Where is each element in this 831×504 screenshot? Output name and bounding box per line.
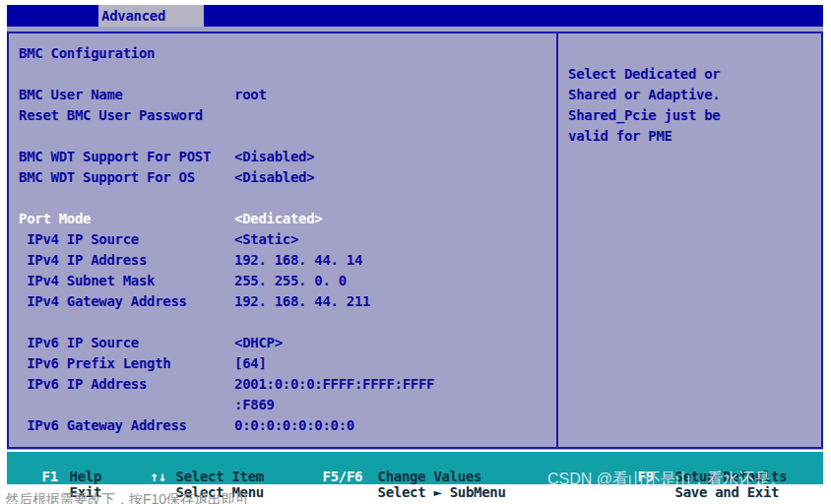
setting-label: Reset BMC User Password <box>19 105 234 126</box>
setting-label: IPv4 Gateway Address <box>19 291 234 312</box>
setting-value: <Static> <box>234 229 298 250</box>
setting-value: <Disabled> <box>234 147 314 167</box>
key-label: Enter <box>323 484 378 500</box>
setting-value: <Dedicated> <box>234 209 322 229</box>
keybar-hint: EscExit <box>10 469 101 484</box>
keybar-hint: F1Help <box>10 453 101 469</box>
setting-label: IPv6 Prefix Length <box>19 353 234 374</box>
setting-label: IPv4 Subnet Mask <box>19 271 234 291</box>
help-text: Select Dedicated or Shared or Adaptive. … <box>568 66 720 144</box>
settings-row <box>19 188 550 209</box>
setting-value: 192. 168. 44. 211 <box>234 291 370 312</box>
settings-row[interactable]: Reset BMC User Password <box>19 105 550 126</box>
settings-row[interactable]: IPv4 Subnet Mask 255. 255. 0. 0 <box>19 271 550 291</box>
settings-row[interactable]: IPv6 IP Address 2001:0:0:0:FFFF:FFFF:FFF… <box>19 374 550 415</box>
setting-value: root <box>234 85 267 105</box>
keybar-hint: ↑↓Select Item <box>118 453 264 469</box>
setting-value: 0:0:0:0:0:0:0:0 <box>234 415 354 436</box>
keybar-hint: F9Setup Defaults <box>606 453 787 469</box>
setting-value: 2001:0:0:0:FFFF:FFFF:FFFF :F869 <box>234 374 434 415</box>
setting-label: IPv6 Gateway Address <box>19 415 234 436</box>
setting-value: 255. 255. 0. 0 <box>234 271 347 291</box>
setting-label: IPv6 IP Address <box>19 374 234 395</box>
settings-row[interactable]: BMC User Name root <box>19 85 550 105</box>
panel-divider <box>556 32 558 449</box>
main-panel: BMC Configuration BMC User Name root Res… <box>7 27 823 450</box>
hint-label: Select ► SubMenu <box>378 484 506 500</box>
settings-row[interactable]: IPv4 IP Source <Static> <box>19 229 550 250</box>
settings-row[interactable]: IPv4 IP Address 192. 168. 44. 14 <box>19 250 550 271</box>
keybar-hint: EnterSelect ► SubMenu <box>290 469 506 484</box>
setting-value: <DHCP> <box>234 333 283 353</box>
page-title: BMC Configuration <box>19 43 550 64</box>
tab-advanced-label: Advanced <box>101 8 165 24</box>
setting-label: IPv4 IP Source <box>19 229 234 250</box>
keybar-hint: ←→Select Menu <box>118 469 264 484</box>
watermark: CSDN @看山还是山，看水还是。 <box>547 470 786 490</box>
help-panel: Select Dedicated or Shared or Adaptive. … <box>568 43 822 147</box>
caption-text: 然后根据需要改下，按F10保存退出即可 <box>5 491 249 504</box>
setting-label: IPv6 IP Source <box>19 333 234 353</box>
settings-list: BMC Configuration BMC User Name root Res… <box>19 43 550 436</box>
setting-value: <Disabled> <box>234 167 314 188</box>
setting-value: [64] <box>234 353 267 374</box>
settings-row[interactable]: IPv4 Gateway Address 192. 168. 44. 211 <box>19 291 550 312</box>
tab-advanced[interactable]: Advanced <box>98 5 204 27</box>
settings-row[interactable]: IPv6 Prefix Length [64] <box>19 353 550 374</box>
setting-label: BMC WDT Support For POST <box>19 147 234 167</box>
settings-row <box>19 126 550 147</box>
setting-label: IPv4 IP Address <box>19 250 234 271</box>
settings-row[interactable]: BMC WDT Support For OS <Disabled> <box>19 167 550 188</box>
setting-label: Port Mode <box>19 209 234 229</box>
settings-row <box>19 312 550 333</box>
settings-row[interactable]: IPv6 IP Source <DHCP> <box>19 333 550 353</box>
setting-value: 192. 168. 44. 14 <box>234 250 362 271</box>
settings-row[interactable]: BMC WDT Support For POST <Disabled> <box>19 147 550 167</box>
setting-label: BMC WDT Support For OS <box>19 167 234 188</box>
settings-row[interactable]: IPv6 Gateway Address 0:0:0:0:0:0:0:0 <box>19 415 550 436</box>
settings-row[interactable]: Port Mode <Dedicated> <box>19 209 550 229</box>
setting-label: BMC User Name <box>19 85 234 105</box>
keybar-hint: F5/F6Change Values <box>290 453 481 469</box>
